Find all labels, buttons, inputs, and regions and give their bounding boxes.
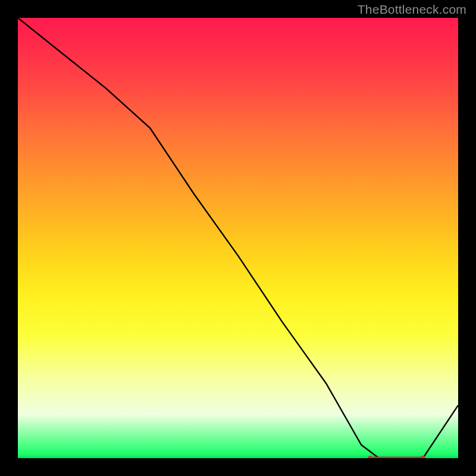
svg-point-1 [368, 456, 372, 458]
plot-area [18, 18, 458, 458]
watermark-text: TheBottleneck.com [358, 2, 466, 17]
chart-canvas: TheBottleneck.com [0, 0, 476, 476]
chart-line [18, 18, 458, 458]
svg-point-2 [421, 456, 425, 458]
